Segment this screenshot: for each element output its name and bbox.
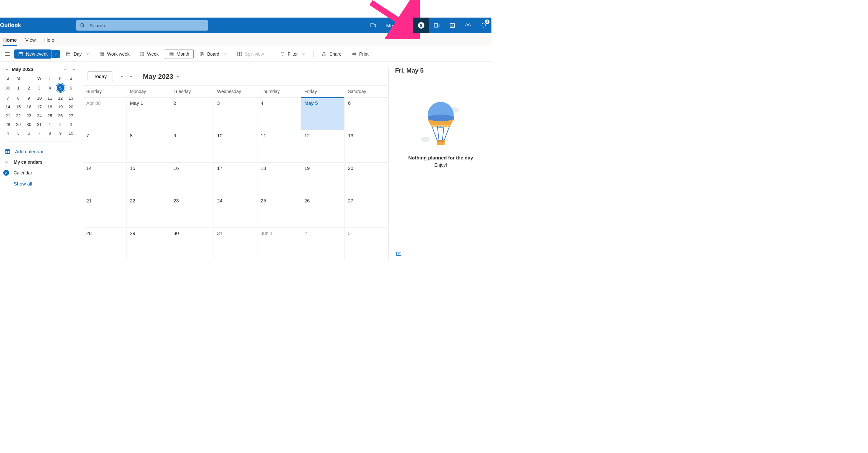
view-board-button[interactable]: Board — [195, 50, 231, 59]
calendar-day-cell[interactable]: 26 — [301, 195, 345, 227]
mini-cal-day[interactable]: 11 — [44, 94, 55, 102]
mini-cal-day[interactable]: 4 — [3, 129, 13, 138]
calendar-day-cell[interactable]: 29 — [127, 227, 170, 260]
calendar-day-cell[interactable]: 2 — [170, 97, 214, 130]
calendar-day-cell[interactable]: 3 — [214, 97, 257, 130]
mini-cal-day[interactable]: 12 — [55, 94, 65, 102]
calendar-day-cell[interactable]: 12 — [301, 130, 345, 162]
mini-cal-day[interactable]: 26 — [55, 111, 65, 120]
prev-month-icon[interactable] — [119, 74, 125, 79]
calendar-day-cell[interactable]: 24 — [214, 195, 257, 227]
mini-cal-day[interactable]: 3 — [34, 82, 44, 94]
calendar-day-cell[interactable]: 30 — [170, 227, 214, 260]
skype-button[interactable]: S — [413, 18, 429, 33]
mini-cal-day[interactable]: 29 — [13, 120, 24, 129]
mini-cal-day[interactable]: 14 — [3, 102, 13, 111]
calendar-day-cell[interactable]: Apr 30 — [83, 97, 127, 130]
view-month-button[interactable]: Month — [165, 49, 194, 59]
mini-cal-day[interactable]: 25 — [44, 111, 55, 120]
mini-cal-day[interactable]: 6 — [66, 82, 76, 94]
mini-cal-day[interactable]: 13 — [66, 94, 76, 102]
mini-cal-day[interactable]: 2 — [55, 120, 65, 129]
calendar-day-cell[interactable]: 9 — [170, 130, 214, 162]
mini-cal-day[interactable]: 22 — [13, 111, 24, 120]
calendar-day-cell[interactable]: 3 — [345, 227, 388, 260]
mini-cal-day[interactable]: 8 — [44, 129, 55, 138]
tab-view[interactable]: View — [25, 34, 36, 46]
mini-cal-day[interactable]: 2 — [24, 82, 34, 94]
calendar-item[interactable]: ✓ Calendar — [3, 167, 76, 178]
mini-cal-day[interactable]: 5 — [55, 82, 65, 94]
arrow-up-icon[interactable] — [63, 67, 68, 72]
mini-cal-title[interactable]: May 2023 — [12, 66, 61, 72]
mini-cal-day[interactable]: 17 — [34, 102, 44, 111]
filter-button[interactable]: Filter — [276, 50, 310, 59]
mini-cal-day[interactable]: 6 — [24, 129, 34, 138]
calendar-day-cell[interactable]: 25 — [257, 195, 301, 227]
mini-cal-day[interactable]: 30 — [24, 120, 34, 129]
search-input[interactable] — [90, 23, 204, 28]
mini-cal-day[interactable]: 10 — [34, 94, 44, 102]
tab-help[interactable]: Help — [44, 34, 54, 46]
view-workweek-button[interactable]: Work week — [95, 50, 133, 59]
mini-cal-day[interactable]: 1 — [44, 120, 55, 129]
calendar-day-cell[interactable]: 11 — [257, 130, 301, 162]
new-event-split[interactable] — [52, 50, 60, 58]
calendar-day-cell[interactable]: 10 — [214, 130, 257, 162]
tab-home[interactable]: Home — [3, 34, 17, 46]
mini-cal-day[interactable]: 18 — [44, 102, 55, 111]
mini-cal-day[interactable]: 7 — [3, 94, 13, 102]
calendar-day-cell[interactable]: 13 — [345, 130, 388, 162]
calendar-day-cell[interactable]: 15 — [127, 162, 170, 195]
todo-icon[interactable] — [444, 18, 460, 33]
calendar-day-cell[interactable]: Jun 1 — [257, 227, 301, 260]
calendar-day-cell[interactable]: May 5 — [301, 97, 345, 130]
calendar-day-cell[interactable]: 6 — [345, 97, 388, 130]
calendar-day-cell[interactable]: 19 — [301, 162, 345, 195]
today-button[interactable]: Today — [88, 71, 113, 82]
calendar-day-cell[interactable]: 27 — [345, 195, 388, 227]
mini-cal-day[interactable]: 1 — [13, 82, 24, 94]
mini-cal-day[interactable]: 31 — [34, 120, 44, 129]
calendar-day-cell[interactable]: 8 — [127, 130, 170, 162]
calendar-day-cell[interactable]: 7 — [83, 130, 127, 162]
arrow-down-icon[interactable] — [71, 67, 76, 72]
view-day-button[interactable]: Day — [62, 50, 93, 59]
meet-video-icon[interactable] — [365, 18, 381, 33]
calendar-day-cell[interactable]: 14 — [83, 162, 127, 195]
calendar-day-cell[interactable]: 16 — [170, 162, 214, 195]
print-button[interactable]: Print — [348, 50, 373, 59]
calendar-day-cell[interactable]: 4 — [257, 97, 301, 130]
next-month-icon[interactable] — [129, 74, 134, 79]
mini-cal-day[interactable]: 9 — [24, 94, 34, 102]
mini-cal-day[interactable]: 3 — [66, 120, 76, 129]
calendar-day-cell[interactable]: 21 — [83, 195, 127, 227]
mini-cal-day[interactable]: 10 — [66, 129, 76, 138]
mini-cal-day[interactable]: 4 — [44, 82, 55, 94]
mini-cal-day[interactable]: 28 — [3, 120, 13, 129]
mini-cal-day[interactable]: 16 — [24, 102, 34, 111]
calendar-day-cell[interactable]: 23 — [170, 195, 214, 227]
view-week-button[interactable]: Week — [135, 50, 163, 59]
my-calendars-header[interactable]: My calendars — [3, 157, 76, 167]
mini-cal-day[interactable]: 27 — [66, 111, 76, 120]
calendar-day-cell[interactable]: 2 — [301, 227, 345, 260]
teams-icon[interactable] — [429, 18, 444, 33]
mini-cal-day[interactable]: 20 — [66, 102, 76, 111]
hamburger-button[interactable] — [3, 49, 12, 59]
share-button[interactable]: Share — [318, 50, 345, 59]
settings-icon[interactable] — [460, 18, 476, 33]
add-calendar-button[interactable]: Add calendar — [3, 146, 76, 157]
mini-cal-day[interactable]: 21 — [3, 111, 13, 120]
calendar-day-cell[interactable]: 17 — [214, 162, 257, 195]
show-all-button[interactable]: Show all — [3, 178, 76, 189]
calendar-day-cell[interactable]: 22 — [127, 195, 170, 227]
mini-cal-day[interactable]: 24 — [34, 111, 44, 120]
mini-cal-day[interactable]: 7 — [34, 129, 44, 138]
mini-cal-day[interactable]: 30 — [3, 82, 13, 94]
mini-cal-day[interactable]: 9 — [55, 129, 65, 138]
whats-new-icon[interactable]: 3 — [476, 18, 491, 33]
calendar-day-cell[interactable]: 31 — [214, 227, 257, 260]
calendar-day-cell[interactable]: 18 — [257, 162, 301, 195]
dock-panel-icon[interactable] — [396, 251, 402, 258]
